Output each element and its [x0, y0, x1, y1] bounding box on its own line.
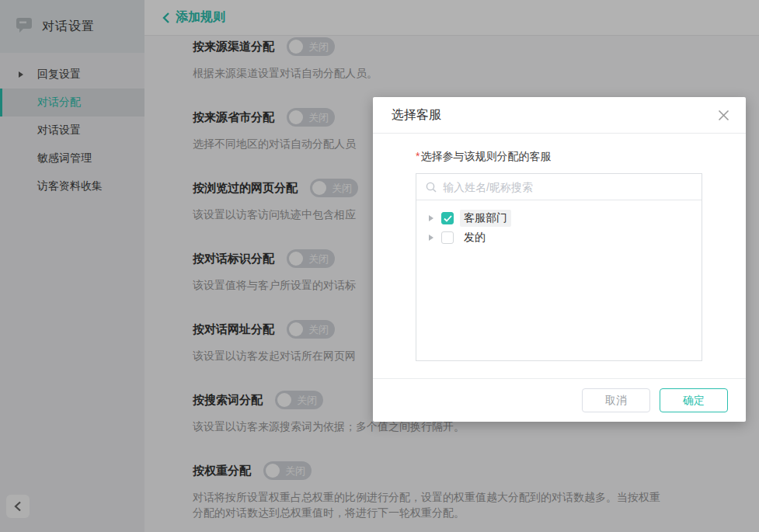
- cancel-button[interactable]: 取消: [582, 388, 650, 412]
- check-icon: [444, 215, 452, 222]
- node-checkbox[interactable]: [441, 212, 454, 224]
- dialog-title: 选择客服: [392, 107, 441, 123]
- search-input[interactable]: [443, 181, 692, 193]
- tree-node[interactable]: 客服部门: [426, 209, 702, 228]
- node-label: 客服部门: [460, 210, 511, 227]
- search-icon: [426, 182, 437, 193]
- field-label: *选择参与该规则分配的客服: [416, 150, 702, 164]
- node-checkbox[interactable]: [441, 231, 454, 244]
- confirm-button[interactable]: 确定: [660, 388, 728, 412]
- node-label: 发的: [460, 229, 489, 246]
- expand-caret-icon[interactable]: [429, 215, 433, 221]
- tree-node[interactable]: 发的: [426, 228, 702, 247]
- close-icon: [718, 110, 729, 121]
- app-window: 对话设置 回复设置 对话分配 对话设置: [0, 0, 759, 532]
- agent-picker: 客服部门 发的: [416, 173, 702, 361]
- required-asterisk: *: [416, 150, 420, 162]
- dialog-header: 选择客服: [373, 97, 746, 134]
- dialog-footer: 取消 确定: [373, 378, 746, 422]
- dialog-body: *选择参与该规则分配的客服: [373, 134, 746, 361]
- search-bar: [416, 174, 702, 200]
- select-agent-dialog: 选择客服 *选择参与该规则分配的客服: [373, 97, 746, 422]
- close-dialog-button[interactable]: [716, 108, 730, 122]
- agent-tree: 客服部门 发的: [416, 200, 702, 360]
- expand-caret-icon[interactable]: [429, 235, 433, 241]
